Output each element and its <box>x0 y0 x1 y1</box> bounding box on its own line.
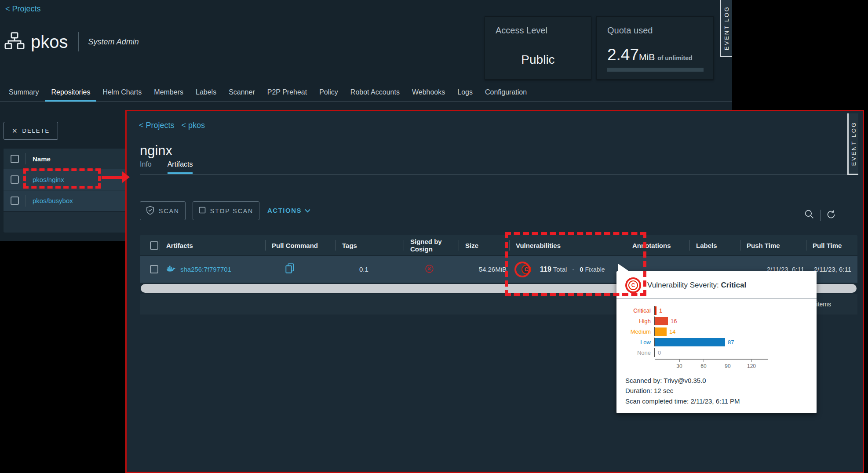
event-log-tab[interactable]: EVENT LOG <box>847 113 858 175</box>
repo-table-header: Name <box>4 149 132 169</box>
annotation-circle: C <box>625 277 641 293</box>
tab-artifacts[interactable]: Artifacts <box>168 160 193 174</box>
scan-info: Scanned by: Trivy@v0.35.0 Duration: 12 s… <box>616 373 817 413</box>
col-pull-time: Pull Time <box>806 235 857 255</box>
select-all-checkbox[interactable] <box>11 155 19 163</box>
axis-tick <box>679 360 680 362</box>
chart-bar <box>655 317 668 325</box>
chart-bar <box>655 338 725 346</box>
tab-webhooks[interactable]: Webhooks <box>406 88 451 102</box>
delete-button[interactable]: ✕ DELETE <box>4 122 58 140</box>
tab-info[interactable]: Info <box>140 160 152 174</box>
table-row[interactable]: pkos/busybox <box>4 190 132 211</box>
chart-bar-row: Low87 <box>622 338 812 346</box>
scan-button-label: SCAN <box>159 207 179 215</box>
critical-severity-icon: C <box>522 265 531 274</box>
breadcrumb: < Projects < pkos <box>139 121 205 130</box>
grid-tools <box>804 209 836 222</box>
chart-bar-area: 1 <box>654 306 812 315</box>
repository-title: nginx <box>140 143 172 159</box>
tab-logs[interactable]: Logs <box>451 88 479 102</box>
tooltip-header: C Vulnerability Severity: Critical <box>616 271 817 299</box>
tab-scanner[interactable]: Scanner <box>222 88 261 102</box>
chart-value-label: 0 <box>658 349 661 356</box>
shield-check-icon <box>146 206 154 216</box>
actions-dropdown-button[interactable]: ACTIONS <box>267 207 310 214</box>
chart-category-label: Low <box>622 339 654 346</box>
breadcrumb-projects[interactable]: < Projects <box>139 121 175 130</box>
artifact-digest-link[interactable]: sha256:7f797701 <box>180 266 231 273</box>
divider <box>25 174 26 186</box>
tab-members[interactable]: Members <box>148 88 190 102</box>
tab-robot-accounts[interactable]: Robot Accounts <box>344 88 406 102</box>
breadcrumb-projects[interactable]: < Projects <box>5 4 41 14</box>
stop-scan-button[interactable]: STOP SCAN <box>193 201 259 220</box>
artifacts-table-header: Artifacts Pull Command Tags Signed by Co… <box>140 235 857 255</box>
chart-bar-area: 87 <box>654 338 812 346</box>
x-icon: ✕ <box>12 127 18 135</box>
tab-helm-charts[interactable]: Helm Charts <box>96 88 148 102</box>
docker-whale-icon <box>166 265 176 274</box>
col-signed-by-cosign: Signed by Cosign <box>404 235 459 255</box>
repository-tabbar: Info Artifacts <box>140 160 850 175</box>
stop-scan-button-label: STOP SCAN <box>210 207 253 215</box>
quota-suffix: of unlimited <box>657 55 692 62</box>
access-level-title: Access Level <box>496 25 547 36</box>
stop-icon <box>199 207 206 215</box>
copy-icon[interactable] <box>285 263 295 276</box>
search-icon[interactable] <box>804 209 815 222</box>
tab-policy[interactable]: Policy <box>313 88 344 102</box>
table-row[interactable]: pkos/nginx <box>4 169 132 190</box>
pull-time-value: 2/11/23, 6:11 <box>814 266 851 273</box>
tab-labels[interactable]: Labels <box>190 88 222 102</box>
access-level-value: Public <box>485 53 591 67</box>
col-labels: Labels <box>689 235 740 255</box>
tab-summary[interactable]: Summary <box>3 88 45 102</box>
delete-button-label: DELETE <box>22 127 50 134</box>
chart-category-label: High <box>622 318 654 324</box>
chart-category-label: Medium <box>622 328 654 335</box>
repo-link-nginx[interactable]: pkos/nginx <box>33 176 64 183</box>
screenshot-stage: < Projects pkos System Admin Access Leve… <box>0 0 868 473</box>
chart-bar-row: Medium14 <box>622 327 812 336</box>
not-signed-icon <box>425 264 434 275</box>
actions-button-label: ACTIONS <box>267 207 302 214</box>
tag-value: 0.1 <box>359 266 368 273</box>
event-log-label: EVENT LOG <box>723 6 730 50</box>
size-value: 54.26MiB <box>479 266 507 273</box>
access-level-card: Access Level Public <box>485 16 591 80</box>
chart-value-label: 14 <box>669 328 675 335</box>
chart-category-label: Critical <box>622 307 654 314</box>
select-all-checkbox-cell <box>140 235 160 255</box>
axis-tick-label: 90 <box>725 363 730 369</box>
quota-title: Quota used <box>607 25 653 36</box>
repo-link-busybox[interactable]: pkos/busybox <box>33 197 73 204</box>
chevron-down-icon <box>305 207 310 214</box>
row-checkbox[interactable] <box>150 265 158 273</box>
tab-p2p-preheat[interactable]: P2P Preheat <box>261 88 313 102</box>
completed-time-text: Scan completed time: 2/11/23, 6:11 PM <box>625 396 808 406</box>
project-header: pkos System Admin <box>4 32 139 52</box>
repositories-table: Name pkos/nginx pkos/busybox <box>4 149 132 233</box>
chart-value-label: 1 <box>659 307 662 314</box>
tab-repositories[interactable]: Repositories <box>45 88 96 102</box>
chart-bar <box>655 306 656 315</box>
quota-unit: MiB <box>639 52 655 62</box>
scan-button[interactable]: SCAN <box>140 201 186 220</box>
breadcrumb-pkos[interactable]: < pkos <box>182 121 205 130</box>
refresh-icon[interactable] <box>826 209 836 222</box>
divider <box>820 210 821 221</box>
row-checkbox[interactable] <box>11 175 19 184</box>
select-all-checkbox[interactable] <box>150 241 158 250</box>
col-size: Size <box>459 235 509 255</box>
chart-bar-row: Critical1 <box>622 306 812 315</box>
project-role-badge: System Admin <box>88 37 139 47</box>
event-log-tab[interactable]: EVENT LOG <box>720 0 732 57</box>
org-chart-icon <box>4 32 25 52</box>
tab-configuration[interactable]: Configuration <box>479 88 533 102</box>
axis-tick <box>728 360 728 362</box>
divider <box>25 153 26 164</box>
quota-progress-bar <box>607 68 704 72</box>
axis-tick <box>751 360 752 362</box>
row-checkbox[interactable] <box>11 196 19 205</box>
